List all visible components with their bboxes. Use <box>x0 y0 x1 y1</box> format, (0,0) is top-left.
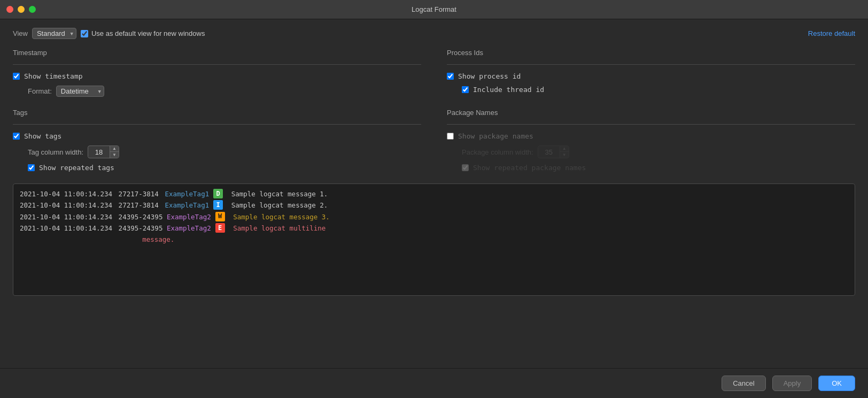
ok-button[interactable]: OK <box>818 376 855 391</box>
format-select-wrapper[interactable]: Datetime Time Epoch Monotonic <box>56 86 104 97</box>
tags-title: Tags <box>13 109 421 119</box>
log-multiline-continuation: message. <box>142 234 848 245</box>
log-timestamp: 2021-10-04 11:00:14.234 <box>20 223 112 234</box>
log-pid: 24395-24395 <box>114 223 167 234</box>
pkg-col-width-group: Package column width: ▲ ▼ <box>462 146 855 158</box>
log-row: 2021-10-04 11:00:14.234 24395-24395 Exam… <box>20 223 848 234</box>
show-timestamp-group: Show timestamp <box>13 72 421 80</box>
tag-col-width-spinbox-buttons: ▲ ▼ <box>110 146 119 158</box>
log-timestamp: 2021-10-04 11:00:14.234 <box>20 211 112 223</box>
show-repeated-pkg-checkbox[interactable] <box>462 164 469 171</box>
show-package-names-group: Show package names <box>447 132 855 140</box>
title-bar: Logcat Format <box>0 0 868 19</box>
log-level-badge: W <box>215 212 225 221</box>
main-content: View Standard Compact Detailed Use as de… <box>0 19 868 368</box>
log-row: 2021-10-04 11:00:14.234 27217-3814 Examp… <box>20 200 848 211</box>
log-pid: 27217-3814 <box>114 200 162 211</box>
package-names-section: Package Names Show package names Package… <box>447 109 855 177</box>
tag-col-width-down-button[interactable]: ▼ <box>110 152 119 158</box>
minimize-button[interactable] <box>18 6 25 13</box>
include-thread-id-checkbox[interactable] <box>462 86 469 93</box>
show-tags-checkbox[interactable] <box>13 133 20 140</box>
tag-col-width-label: Tag column width: <box>28 148 83 156</box>
package-names-divider <box>447 124 855 125</box>
show-package-names-label: Show package names <box>458 132 533 140</box>
maximize-button[interactable] <box>29 6 36 13</box>
log-level-badge: E <box>215 223 225 233</box>
pkg-col-width-down-button[interactable]: ▼ <box>560 152 569 158</box>
log-tag: ExampleTag1 <box>165 200 209 211</box>
include-thread-id-group: Include thread id <box>462 86 855 94</box>
pkg-col-width-input[interactable] <box>538 147 560 157</box>
show-repeated-pkg-label: Show repeated package names <box>473 164 586 172</box>
format-select[interactable]: Datetime Time Epoch Monotonic <box>56 86 104 97</box>
top-bar: View Standard Compact Detailed Use as de… <box>13 28 855 39</box>
log-pid: 24395-24395 <box>114 211 167 223</box>
process-ids-divider <box>447 64 855 65</box>
window-controls[interactable] <box>6 6 36 13</box>
preview-area: 2021-10-04 11:00:14.234 27217-3814 Examp… <box>13 183 855 296</box>
log-tag: ExampleTag1 <box>165 188 209 200</box>
bottom-bar: Cancel Apply OK <box>0 368 868 398</box>
log-row: 2021-10-04 11:00:14.234 27217-3814 Examp… <box>20 188 848 200</box>
timestamp-divider <box>13 64 421 65</box>
log-message: Sample logcat message 3. <box>229 211 330 223</box>
show-process-id-checkbox[interactable] <box>447 73 454 80</box>
log-tag: ExampleTag2 <box>167 223 211 234</box>
show-process-id-group: Show process id <box>447 72 855 80</box>
show-process-id-label: Show process id <box>458 72 521 80</box>
view-row: View Standard Compact Detailed Use as de… <box>13 28 205 39</box>
restore-default-button[interactable]: Restore default <box>808 29 855 37</box>
process-ids-title: Process Ids <box>447 49 855 59</box>
pkg-col-width-spinbox-buttons: ▲ ▼ <box>560 146 569 158</box>
log-tag: ExampleTag2 <box>167 211 211 223</box>
tag-col-width-group: Tag column width: ▲ ▼ <box>28 146 421 158</box>
log-message: Sample logcat message 2. <box>227 200 328 211</box>
tags-divider <box>13 124 421 125</box>
include-thread-id-label: Include thread id <box>473 86 544 94</box>
log-message: Sample logcat multiline <box>229 223 326 234</box>
use-default-checkbox[interactable] <box>81 30 88 37</box>
package-names-title: Package Names <box>447 109 855 119</box>
show-repeated-tags-group: Show repeated tags <box>28 164 421 172</box>
show-repeated-pkg-group: Show repeated package names <box>462 164 855 172</box>
log-pid: 27217-3814 <box>114 188 162 200</box>
format-group: Format: Datetime Time Epoch Monotonic <box>28 86 421 97</box>
view-select[interactable]: Standard Compact Detailed <box>32 28 76 39</box>
show-package-names-checkbox[interactable] <box>447 133 454 140</box>
timestamp-section: Timestamp Show timestamp Format: Datetim… <box>13 49 421 102</box>
tag-col-width-input[interactable] <box>88 147 110 157</box>
close-button[interactable] <box>6 6 13 13</box>
pkg-col-width-spinbox[interactable]: ▲ ▼ <box>538 146 569 158</box>
tag-col-width-up-button[interactable]: ▲ <box>110 146 119 152</box>
view-label: View <box>13 29 28 37</box>
apply-button[interactable]: Apply <box>772 376 812 391</box>
show-tags-label: Show tags <box>24 132 61 140</box>
show-timestamp-label: Show timestamp <box>24 72 83 80</box>
show-repeated-tags-label: Show repeated tags <box>39 164 114 172</box>
view-select-wrapper[interactable]: Standard Compact Detailed <box>32 28 76 39</box>
log-level-badge: I <box>213 200 223 210</box>
log-timestamp: 2021-10-04 11:00:14.234 <box>20 200 112 211</box>
process-ids-section: Process Ids Show process id Include thre… <box>447 49 855 102</box>
pkg-col-width-up-button[interactable]: ▲ <box>560 146 569 152</box>
show-tags-group: Show tags <box>13 132 421 140</box>
log-row: 2021-10-04 11:00:14.234 24395-24395 Exam… <box>20 211 848 223</box>
tag-col-width-spinbox[interactable]: ▲ ▼ <box>88 146 119 158</box>
use-default-group: Use as default view for new windows <box>81 29 205 37</box>
pkg-col-width-label: Package column width: <box>462 148 533 156</box>
timestamp-title: Timestamp <box>13 49 421 59</box>
show-timestamp-checkbox[interactable] <box>13 73 20 80</box>
log-timestamp: 2021-10-04 11:00:14.234 <box>20 188 112 200</box>
sections-row-2: Tags Show tags Tag column width: ▲ ▼ Sho… <box>13 109 855 177</box>
cancel-button[interactable]: Cancel <box>722 376 765 391</box>
show-repeated-tags-checkbox[interactable] <box>28 164 35 171</box>
use-default-label: Use as default view for new windows <box>91 29 205 37</box>
sections-row: Timestamp Show timestamp Format: Datetim… <box>13 49 855 102</box>
tags-section: Tags Show tags Tag column width: ▲ ▼ Sho… <box>13 109 421 177</box>
log-message: Sample logcat message 1. <box>227 188 328 200</box>
window-title: Logcat Format <box>412 5 456 13</box>
format-label: Format: <box>28 87 52 95</box>
log-level-badge: D <box>213 189 223 198</box>
